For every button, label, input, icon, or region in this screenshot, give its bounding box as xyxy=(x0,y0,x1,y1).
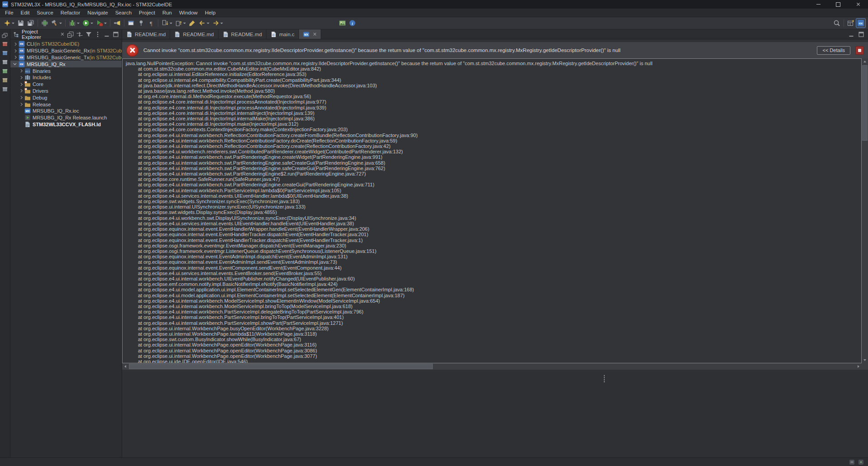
minimized-view-icon-2[interactable] xyxy=(1,50,9,57)
view-menu-icon[interactable] xyxy=(94,31,101,38)
horizontal-scroll-thumb[interactable] xyxy=(129,364,433,369)
close-view-icon[interactable] xyxy=(61,33,64,36)
maximize-view-icon[interactable] xyxy=(112,31,119,38)
new-wizard-icon[interactable] xyxy=(3,19,15,28)
tree-item-cli[interactable]: IDECLI (in STM32CubeIDE) xyxy=(10,41,122,48)
editor-tab-readme-md-0[interactable]: README.md xyxy=(122,29,170,39)
tree-item-stm32wl33ccvx-flash-ld[interactable]: STM32WL33CCVX_FLASH.ld xyxy=(10,121,122,128)
tree-item-binaries[interactable]: 011Binaries xyxy=(10,67,122,74)
vertical-scrollbar[interactable] xyxy=(862,58,868,363)
menu-run[interactable]: Run xyxy=(159,10,175,16)
next-annotation-icon[interactable] xyxy=(161,19,173,28)
menu-project[interactable]: Project xyxy=(135,10,159,16)
menu-edit[interactable]: Edit xyxy=(17,10,33,16)
details-button[interactable]: << Details xyxy=(817,46,850,55)
menu-navigate[interactable]: Navigate xyxy=(84,10,111,16)
tree-item-debug[interactable]: Debug xyxy=(10,94,122,101)
menu-source[interactable]: Source xyxy=(33,10,57,16)
minimized-view-icon-5[interactable] xyxy=(1,77,9,84)
link-with-editor-icon[interactable] xyxy=(76,31,83,38)
expand-arrow-icon[interactable] xyxy=(19,102,24,107)
show-whitespace-icon[interactable]: ¶ xyxy=(147,19,156,28)
expand-arrow-icon[interactable] xyxy=(13,48,18,53)
dropdown-arrow-icon[interactable] xyxy=(220,23,223,24)
dropdown-arrow-icon[interactable] xyxy=(59,23,62,24)
scroll-up-icon[interactable] xyxy=(862,58,868,65)
horizontal-scrollbar[interactable] xyxy=(122,363,862,370)
maximize-editor-icon[interactable] xyxy=(858,31,865,38)
menu-window[interactable]: Window xyxy=(175,10,201,16)
expand-arrow-icon[interactable] xyxy=(13,55,18,60)
pin-editor-icon[interactable] xyxy=(137,19,146,28)
last-edit-location-icon[interactable] xyxy=(188,19,197,28)
tree-item-mrsubg-iq-rx-ioc[interactable]: MXMRSUBG_IQ_Rx.ioc xyxy=(10,108,122,114)
restore-views-icon[interactable] xyxy=(1,32,9,38)
dropdown-arrow-icon[interactable] xyxy=(183,23,186,24)
save-icon[interactable] xyxy=(16,19,25,28)
save-all-icon[interactable] xyxy=(26,19,35,28)
tree-item-core[interactable]: Core xyxy=(10,81,122,88)
search-icon[interactable] xyxy=(832,19,841,28)
expand-arrow-icon[interactable] xyxy=(19,68,24,73)
collapse-all-icon[interactable] xyxy=(67,31,74,38)
previous-annotation-icon[interactable] xyxy=(174,19,187,28)
menu-file[interactable]: File xyxy=(1,10,17,16)
stack-trace[interactable]: java.lang.NullPointerException: Cannot i… xyxy=(122,58,862,363)
scroll-right-icon[interactable] xyxy=(855,363,862,370)
scroll-down-icon[interactable] xyxy=(862,357,868,363)
info-icon[interactable]: i xyxy=(348,19,357,28)
expand-arrow-icon[interactable] xyxy=(13,42,18,47)
ide-perspective-icon[interactable]: IDE xyxy=(856,19,865,28)
image-icon[interactable] xyxy=(338,19,347,28)
tree-item-mrsubg-iq-rx-release-launch[interactable]: MRSUBG_IQ_Rx Release.launch xyxy=(10,114,122,121)
minimized-view-icon-4[interactable] xyxy=(1,68,9,75)
expand-arrow-icon[interactable] xyxy=(19,82,24,87)
close-tab-icon[interactable] xyxy=(313,33,317,36)
tree-item-release[interactable]: Release xyxy=(10,101,122,108)
dropdown-arrow-icon[interactable] xyxy=(77,23,80,24)
external-tools-icon[interactable] xyxy=(95,19,108,28)
close-window-button[interactable] xyxy=(848,0,868,9)
dropdown-arrow-icon[interactable] xyxy=(90,23,93,24)
tree-item-mrsubg-basicgeneric-rx[interactable]: IDEMRSUBG_BasicGeneric_Rx (in STM32CubeI… xyxy=(10,48,122,54)
menu-search[interactable]: Search xyxy=(112,10,135,16)
tree-item-mrsubg-basicgeneric-tx[interactable]: IDEMRSUBG_BasicGeneric_Tx (in STM32CubeI… xyxy=(10,54,122,61)
back-icon[interactable] xyxy=(198,19,210,28)
minimize-editor-icon[interactable] xyxy=(848,31,855,38)
open-element-icon[interactable] xyxy=(113,19,122,28)
minimize-view-icon[interactable] xyxy=(103,31,110,38)
error-log-icon[interactable] xyxy=(855,46,864,55)
project-explorer-tab[interactable]: Project Explorer xyxy=(10,29,67,39)
tree-item-includes[interactable]: Includes xyxy=(10,74,122,81)
expand-arrow-icon[interactable] xyxy=(19,95,24,100)
editor-tab-readme-md-2[interactable]: README.md xyxy=(218,29,266,39)
menu-refactor[interactable]: Refactor xyxy=(57,10,84,16)
dropdown-arrow-icon[interactable] xyxy=(12,23,14,24)
tree-item-drivers[interactable]: Drivers xyxy=(10,88,122,95)
scroll-left-icon[interactable] xyxy=(122,363,128,370)
expand-arrow-icon[interactable] xyxy=(13,62,18,67)
expand-arrow-icon[interactable] xyxy=(19,88,24,93)
dropdown-arrow-icon[interactable] xyxy=(207,23,209,24)
forward-icon[interactable] xyxy=(211,19,224,28)
maximize-window-button[interactable] xyxy=(828,0,848,9)
flash-programmer-icon[interactable] xyxy=(40,19,49,28)
dropdown-arrow-icon[interactable] xyxy=(104,23,107,24)
minimized-view-icon-6[interactable] xyxy=(1,86,9,93)
open-perspective-icon[interactable] xyxy=(846,19,855,28)
debug-icon[interactable] xyxy=(68,19,81,28)
new-window-icon[interactable] xyxy=(127,19,136,28)
build-icon[interactable] xyxy=(50,19,63,28)
minimize-window-button[interactable] xyxy=(808,0,828,9)
tree-item-mrsubg-iq-rx[interactable]: IDEMRSUBG_IQ_Rx xyxy=(10,61,122,67)
vertical-scroll-thumb[interactable] xyxy=(862,65,868,141)
menu-help[interactable]: Help xyxy=(201,10,219,16)
editor-tab-main-c-3[interactable]: Cmain.c xyxy=(266,29,299,39)
status-tool-icon-1[interactable] xyxy=(849,459,855,465)
minimized-view-icon-1[interactable] xyxy=(1,41,9,48)
editor-tab-ioc-4[interactable]: MX xyxy=(299,29,321,39)
minimized-view-icon-3[interactable] xyxy=(1,59,9,66)
status-tool-icon-2[interactable] xyxy=(858,459,864,465)
run-icon[interactable] xyxy=(81,19,94,28)
filter-icon[interactable] xyxy=(85,31,92,38)
